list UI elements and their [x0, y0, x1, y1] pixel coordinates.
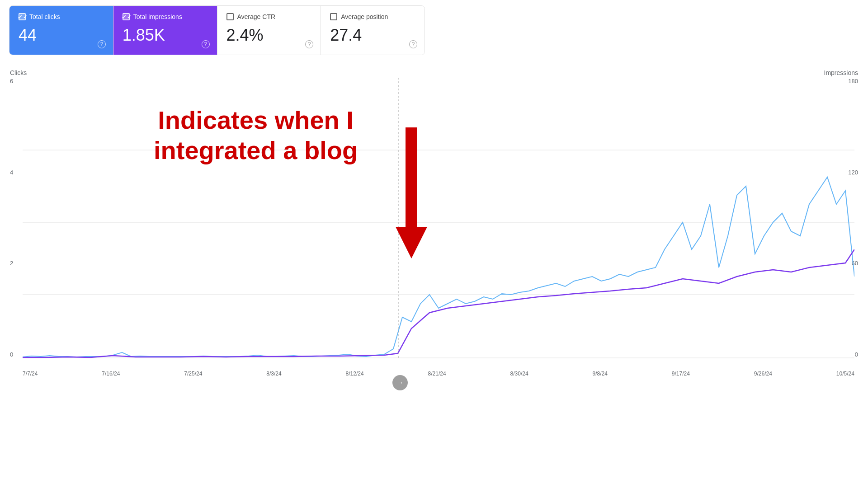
x-date-0: 7/7/24 [23, 371, 38, 377]
y-tick-left-0: 0 [10, 351, 13, 358]
arrow-svg [396, 127, 427, 263]
metric-value-ctr: 2.4% [226, 26, 312, 45]
metric-value-position: 27.4 [330, 26, 415, 45]
svg-marker-8 [396, 227, 427, 258]
axis-circle-marker[interactable]: → [392, 375, 408, 390]
metric-card-ctr[interactable]: Average CTR 2.4% ? [217, 6, 321, 55]
x-date-5: 8/21/24 [428, 371, 446, 377]
y-tick-left-6: 6 [10, 78, 13, 84]
metric-label-position: Average position [341, 13, 388, 20]
checkbox-clicks[interactable]: ✓ [19, 13, 26, 20]
y-axis-left-label: Clicks [10, 69, 27, 77]
x-date-4: 8/12/24 [346, 371, 364, 377]
metric-value-clicks: 44 [19, 26, 104, 45]
metric-card-position[interactable]: Average position 27.4 ? [321, 6, 425, 55]
metric-header-impressions: ✓ Total impressions [123, 13, 208, 20]
x-date-8: 9/17/24 [672, 371, 690, 377]
checkbox-ctr[interactable] [226, 13, 234, 20]
metric-header-clicks: ✓ Total clicks [19, 13, 104, 20]
help-icon-clicks[interactable]: ? [98, 40, 106, 48]
axis-circle-arrow-icon: → [396, 379, 404, 387]
x-date-2: 7/25/24 [184, 371, 202, 377]
x-date-10: 10/5/24 [836, 371, 854, 377]
help-icon-ctr[interactable]: ? [305, 40, 313, 48]
checkbox-impressions[interactable]: ✓ [123, 13, 130, 20]
svg-rect-7 [406, 127, 417, 227]
x-date-1: 7/16/24 [102, 371, 120, 377]
metric-card-clicks[interactable]: ✓ Total clicks 44 ? [9, 6, 113, 55]
y-axis-right-label: Impressions [824, 69, 858, 77]
metric-header-ctr: Average CTR [226, 13, 312, 20]
metric-label-clicks: Total clicks [29, 13, 60, 20]
metric-label-impressions: Total impressions [133, 13, 182, 20]
x-axis-dates: 7/7/24 7/16/24 7/25/24 8/3/24 8/12/24 8/… [23, 371, 854, 377]
main-container: ✓ Total clicks 44 ? ✓ Total impressions … [0, 0, 868, 488]
x-date-9: 9/26/24 [754, 371, 772, 377]
metrics-row: ✓ Total clicks 44 ? ✓ Total impressions … [9, 5, 425, 55]
chart-area: Clicks Impressions 6 4 2 0 180 120 60 0 [9, 69, 859, 439]
metric-value-impressions: 1.85K [123, 26, 208, 45]
checkbox-position[interactable] [330, 13, 337, 20]
metric-card-impressions[interactable]: ✓ Total impressions 1.85K ? [113, 6, 217, 55]
annotation-arrow [396, 127, 427, 265]
x-date-6: 8/30/24 [510, 371, 528, 377]
metric-label-ctr: Average CTR [237, 13, 276, 20]
x-date-7: 9/8/24 [593, 371, 608, 377]
x-date-3: 8/3/24 [266, 371, 281, 377]
help-icon-position[interactable]: ? [409, 40, 417, 48]
help-icon-impressions[interactable]: ? [202, 40, 210, 48]
metric-header-position: Average position [330, 13, 415, 20]
y-tick-left-4: 4 [10, 169, 13, 176]
y-tick-left-2: 2 [10, 260, 13, 267]
y-ticks-left: 6 4 2 0 [10, 78, 13, 358]
chart-svg [23, 78, 854, 367]
